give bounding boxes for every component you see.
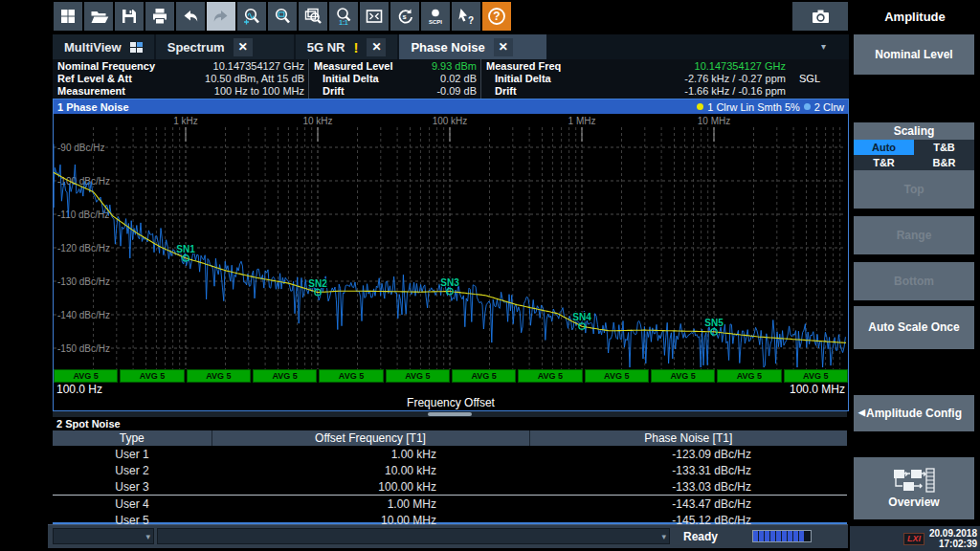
nominal-level-button[interactable]: Nominal Level: [854, 34, 974, 75]
table-row[interactable]: User 3 100.00 kHz -133.03 dBc/Hz: [53, 478, 847, 496]
phase-noise-window: 1 Phase Noise 1 Clrw Lin Smth 5%2 Clrw 1…: [53, 99, 849, 411]
toolbar-windows-button[interactable]: [54, 2, 82, 31]
svg-text:1 MHz: 1 MHz: [568, 116, 596, 126]
svg-text:1 kHz: 1 kHz: [173, 116, 198, 126]
toolbar-open-button[interactable]: [84, 2, 113, 31]
bottom-button[interactable]: Bottom: [854, 262, 974, 300]
infobar-col3: Measured Freq 10.147354127 GHzInitial De…: [480, 59, 847, 99]
softkey-menu-title: Amplitude: [850, 0, 980, 33]
svg-text:s: s: [402, 12, 406, 21]
toolbar-sweep-refresh-button[interactable]: s: [390, 2, 419, 31]
tab-spectrum[interactable]: Spectrum✕: [156, 34, 294, 59]
avg-segment: AVG 5: [651, 369, 715, 383]
tab-phase-noise[interactable]: Phase Noise✕: [399, 34, 546, 59]
avg-segment: AVG 5: [120, 369, 184, 383]
side-panel-arrow-icon: ◀: [858, 408, 865, 418]
save-icon: [119, 6, 140, 27]
svg-text:-110 dBc/Hz: -110 dBc/Hz: [57, 209, 109, 220]
toolbar-display-update-button[interactable]: [360, 2, 389, 31]
top-button[interactable]: Top: [854, 170, 974, 209]
close-tab-icon[interactable]: ✕: [234, 38, 253, 56]
close-tab-icon[interactable]: ✕: [494, 38, 513, 56]
status-dropdown-left[interactable]: ▾: [53, 528, 154, 544]
analyzer-screen: 1:1sSCPI?? MultiViewSpectrum✕5G NR!✕Phas…: [0, 0, 980, 551]
open-icon: [88, 6, 109, 27]
average-indicator-bar: AVG 5AVG 5AVG 5AVG 5AVG 5AVG 5AVG 5AVG 5…: [54, 369, 848, 383]
toolbar-save-button[interactable]: [115, 2, 144, 31]
toolbar-context-help-button[interactable]: ?: [452, 2, 480, 31]
toolbar-zoom-signal-button[interactable]: [237, 2, 266, 31]
trace-legend: 1 Clrw Lin Smth 5%2 Clrw: [697, 101, 844, 113]
svg-text:SN1: SN1: [176, 244, 195, 254]
toolbar-help-button[interactable]: ?: [482, 2, 511, 31]
zoom-1to1-icon: 1:1: [333, 6, 354, 27]
multiview-grid-icon: [130, 42, 143, 53]
tab-multiview[interactable]: MultiView: [53, 34, 154, 59]
tab-5g-nr[interactable]: 5G NR!✕: [296, 34, 398, 59]
svg-text:-130 dBc/Hz: -130 dBc/Hz: [57, 276, 110, 287]
range-button[interactable]: Range: [854, 216, 974, 254]
x-axis-title: Frequency Offset: [54, 396, 848, 409]
trace-dot-icon: [697, 103, 703, 110]
info-row: Measurement 100 Hz to 100 MHz: [53, 85, 308, 98]
table-row[interactable]: User 4 1.00 MHz -143.47 dBc/Hz: [53, 496, 847, 513]
table-row[interactable]: User 1 1.00 kHz -123.09 dBc/Hz: [53, 446, 847, 462]
svg-text:-120 dBc/Hz: -120 dBc/Hz: [57, 243, 110, 253]
table-row[interactable]: User 2 10.00 kHz -133.31 dBc/Hz: [53, 462, 847, 478]
scaling-option-br[interactable]: B&R: [914, 155, 974, 170]
avg-segment: AVG 5: [319, 369, 383, 383]
splitter-grip[interactable]: [428, 412, 472, 416]
undo-icon: [180, 6, 201, 27]
svg-text:SCPI: SCPI: [429, 19, 442, 25]
redo-icon: [211, 6, 232, 27]
trace-legend-label: 2 Clrw: [814, 101, 844, 113]
chevron-down-icon: ▾: [145, 532, 150, 541]
svg-text:10 kHz: 10 kHz: [302, 116, 332, 126]
phase-noise-plot[interactable]: 1 kHz10 kHz100 kHz1 MHz10 MHz-90 dBc/Hz-…: [54, 114, 846, 369]
spot-noise-table: TypeOffset Frequency [T1]Phase Noise [T1…: [53, 430, 847, 528]
lxi-logo: LXI: [903, 533, 924, 545]
scaling-option-tr[interactable]: T&R: [854, 155, 914, 170]
trace-legend-label: 1 Clrw Lin Smth 5%: [707, 101, 800, 113]
zoom-multi-icon: [302, 6, 323, 27]
overview-button[interactable]: Overview: [854, 457, 974, 519]
x-axis-stop: 100.0 MHz: [790, 383, 845, 396]
toolbar-zoom-1to1-button[interactable]: 1:1: [329, 2, 358, 31]
info-row: Initial Delta -2.76 kHz / -0.27 ppmSGL: [481, 73, 847, 85]
svg-text:1:1: 1:1: [339, 19, 348, 26]
svg-text:SN5: SN5: [704, 318, 724, 328]
toolbar-print-button[interactable]: [145, 2, 174, 31]
info-row: Ref Level & Att 10.50 dBm, Att 15 dB: [53, 73, 308, 85]
info-row: Drift -0.09 dB: [309, 85, 480, 98]
scaling-label: Scaling: [854, 122, 974, 140]
svg-text:SN2: SN2: [308, 278, 327, 289]
svg-text:?: ?: [468, 15, 474, 26]
scaling-option-tb[interactable]: T&B: [914, 140, 974, 155]
statusbar: ▾ ▾ Ready: [48, 524, 848, 548]
avg-segment: AVG 5: [54, 369, 118, 383]
info-row: Measured Freq 10.147354127 GHz: [481, 60, 847, 73]
toolbar: 1:1sSCPI??: [54, 2, 511, 31]
avg-segment: AVG 5: [253, 369, 317, 383]
auto-scale-once-button[interactable]: Auto Scale Once: [854, 306, 974, 349]
svg-text:100 kHz: 100 kHz: [433, 116, 468, 126]
svg-text:SN4: SN4: [572, 312, 591, 322]
close-tab-icon[interactable]: ✕: [367, 38, 386, 56]
avg-segment: AVG 5: [717, 369, 781, 383]
amplitude-config-button[interactable]: ◀ Amplitude Config: [854, 395, 974, 431]
avg-segment: AVG 5: [518, 369, 582, 383]
info-row: Nominal Frequency 10.147354127 GHz: [53, 60, 308, 73]
toolbar-undo-button[interactable]: [176, 2, 205, 31]
status-message-dropdown[interactable]: ▾: [157, 528, 670, 544]
channel-tabbar: MultiViewSpectrum✕5G NR!✕Phase Noise✕: [53, 34, 849, 59]
toolbar-scpi-recorder-button[interactable]: SCPI: [421, 2, 450, 31]
toolbar-zoom-area-button[interactable]: [268, 2, 297, 31]
softkey-panel: Amplitude Nominal Level Scaling Auto T&B…: [850, 0, 980, 551]
trace-dot-icon: [804, 103, 811, 110]
screenshot-button[interactable]: [792, 2, 848, 31]
avg-segment: AVG 5: [187, 369, 251, 383]
toolbar-zoom-multi-button[interactable]: [299, 2, 327, 31]
column-header: Type: [53, 430, 212, 446]
sweep-refresh-icon: s: [394, 6, 415, 27]
scaling-option-auto[interactable]: Auto: [854, 140, 914, 155]
